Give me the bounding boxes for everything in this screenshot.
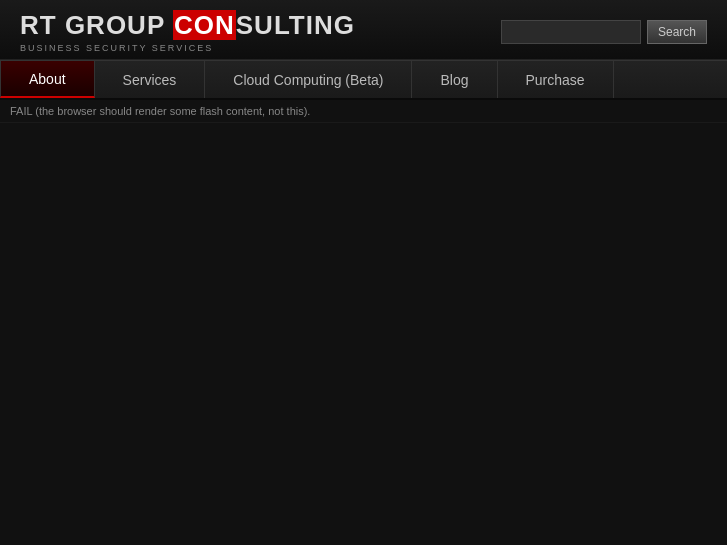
nav-item-services[interactable]: Services [95,61,206,98]
logo-prefix: RT GROUP [20,10,173,40]
nav-item-cloud[interactable]: Cloud Computing (Beta) [205,61,412,98]
logo-suffix: SULTING [236,10,355,40]
flash-message: FAIL (the browser should render some fla… [0,100,727,123]
search-button[interactable]: Search [647,20,707,44]
logo-title: RT GROUP CONSULTING [20,10,355,41]
search-area: Search [501,20,707,44]
logo-area: RT GROUP CONSULTING BUSINESS SECURITY SE… [20,10,355,53]
header: RT GROUP CONSULTING BUSINESS SECURITY SE… [0,0,727,60]
logo-subtitle: BUSINESS SECURITY SERVICES [20,43,355,53]
nav-item-blog[interactable]: Blog [412,61,497,98]
nav: About Services Cloud Computing (Beta) Bl… [0,60,727,100]
nav-item-purchase[interactable]: Purchase [498,61,614,98]
main-content [0,123,727,373]
search-input[interactable] [501,20,641,44]
logo-highlight: CON [173,10,236,40]
nav-item-about[interactable]: About [0,61,95,98]
